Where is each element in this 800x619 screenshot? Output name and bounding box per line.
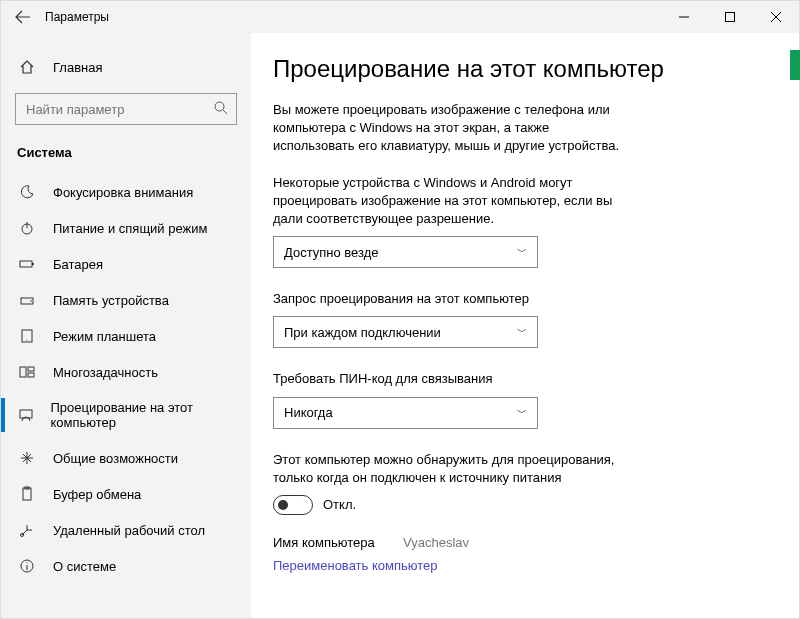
svg-rect-18 bbox=[23, 488, 31, 500]
decorative-edge bbox=[790, 50, 800, 80]
close-icon bbox=[771, 12, 781, 22]
project-icon bbox=[17, 407, 34, 423]
select-value: Никогда bbox=[284, 405, 333, 420]
sidebar-item-remote[interactable]: Удаленный рабочий стол bbox=[1, 512, 251, 548]
sidebar-item-label: Многозадачность bbox=[53, 365, 158, 380]
sidebar-item-multitask[interactable]: Многозадачность bbox=[1, 354, 251, 390]
permission-text: Некоторые устройства с Windows и Android… bbox=[273, 174, 633, 229]
svg-point-23 bbox=[26, 562, 27, 563]
svg-point-13 bbox=[26, 339, 27, 340]
select-value: При каждом подключении bbox=[284, 325, 441, 340]
chevron-down-icon: ﹀ bbox=[517, 245, 527, 259]
sidebar-item-power[interactable]: Питание и спящий режим bbox=[1, 210, 251, 246]
pin-label: Требовать ПИН-код для связывания bbox=[273, 370, 633, 388]
sidebar-item-focus[interactable]: Фокусировка внимания bbox=[1, 174, 251, 210]
svg-rect-16 bbox=[28, 373, 34, 377]
content: Проецирование на этот компьютер Вы может… bbox=[251, 33, 799, 618]
maximize-button[interactable] bbox=[707, 1, 753, 33]
multitask-icon bbox=[17, 364, 37, 380]
power-text: Этот компьютер можно обнаружить для прое… bbox=[273, 451, 633, 487]
storage-icon bbox=[17, 292, 37, 308]
sidebar-item-projecting[interactable]: Проецирование на этот компьютер bbox=[1, 390, 251, 440]
sidebar-item-label: Фокусировка внимания bbox=[53, 185, 193, 200]
svg-rect-1 bbox=[726, 13, 735, 22]
request-select[interactable]: При каждом подключении ﹀ bbox=[273, 316, 538, 348]
sidebar-item-battery[interactable]: Батарея bbox=[1, 246, 251, 282]
sidebar-item-label: О системе bbox=[53, 559, 116, 574]
home-link[interactable]: Главная bbox=[1, 53, 251, 81]
pc-name-value: Vyacheslav bbox=[403, 535, 469, 550]
nav-list: Фокусировка внимания Питание и спящий ре… bbox=[1, 174, 251, 584]
page-title: Проецирование на этот компьютер bbox=[273, 55, 769, 83]
back-button[interactable] bbox=[1, 1, 45, 33]
clipboard-icon bbox=[17, 486, 37, 502]
info-icon bbox=[17, 558, 37, 574]
close-button[interactable] bbox=[753, 1, 799, 33]
select-value: Доступно везде bbox=[284, 245, 379, 260]
maximize-icon bbox=[725, 12, 735, 22]
sidebar-item-label: Проецирование на этот компьютер bbox=[50, 400, 235, 430]
sidebar-item-shared[interactable]: Общие возможности bbox=[1, 440, 251, 476]
moon-icon bbox=[17, 184, 37, 200]
availability-select[interactable]: Доступно везде ﹀ bbox=[273, 236, 538, 268]
request-label: Запрос проецирования на этот компьютер bbox=[273, 290, 633, 308]
chevron-down-icon: ﹀ bbox=[517, 325, 527, 339]
svg-rect-14 bbox=[20, 367, 26, 377]
sidebar-item-about[interactable]: О системе bbox=[1, 548, 251, 584]
arrow-left-icon bbox=[15, 9, 31, 25]
svg-point-11 bbox=[30, 300, 32, 302]
battery-icon bbox=[17, 256, 37, 272]
titlebar: Параметры bbox=[1, 1, 799, 33]
chevron-down-icon: ﹀ bbox=[517, 406, 527, 420]
minimize-icon bbox=[679, 12, 689, 22]
power-icon bbox=[17, 220, 37, 236]
svg-rect-9 bbox=[32, 263, 34, 265]
svg-rect-8 bbox=[20, 261, 32, 267]
home-icon bbox=[17, 59, 37, 75]
sidebar-item-label: Общие возможности bbox=[53, 451, 178, 466]
tablet-icon bbox=[17, 328, 37, 344]
sidebar-item-tablet[interactable]: Режим планшета bbox=[1, 318, 251, 354]
sidebar-item-label: Буфер обмена bbox=[53, 487, 141, 502]
remote-icon bbox=[17, 522, 37, 538]
sidebar-item-storage[interactable]: Память устройства bbox=[1, 282, 251, 318]
svg-rect-15 bbox=[28, 367, 34, 371]
sidebar-item-label: Питание и спящий режим bbox=[53, 221, 207, 236]
power-toggle[interactable] bbox=[273, 495, 313, 515]
window-title: Параметры bbox=[45, 10, 109, 24]
home-label: Главная bbox=[53, 60, 102, 75]
toggle-knob bbox=[278, 500, 288, 510]
search-input[interactable] bbox=[15, 93, 237, 125]
minimize-button[interactable] bbox=[661, 1, 707, 33]
sidebar-item-label: Удаленный рабочий стол bbox=[53, 523, 205, 538]
pin-select[interactable]: Никогда ﹀ bbox=[273, 397, 538, 429]
sidebar-item-label: Батарея bbox=[53, 257, 103, 272]
intro-text: Вы можете проецировать изображение с тел… bbox=[273, 101, 633, 156]
rename-link[interactable]: Переименовать компьютер bbox=[273, 558, 437, 573]
shared-icon bbox=[17, 450, 37, 466]
section-heading: Система bbox=[1, 145, 251, 174]
sidebar-item-label: Память устройства bbox=[53, 293, 169, 308]
sidebar-item-clipboard[interactable]: Буфер обмена bbox=[1, 476, 251, 512]
sidebar: Главная Система Фокусировка внимания Пит… bbox=[1, 33, 251, 618]
toggle-state-label: Откл. bbox=[323, 497, 356, 512]
sidebar-item-label: Режим планшета bbox=[53, 329, 156, 344]
pc-name-label: Имя компьютера bbox=[273, 535, 403, 550]
